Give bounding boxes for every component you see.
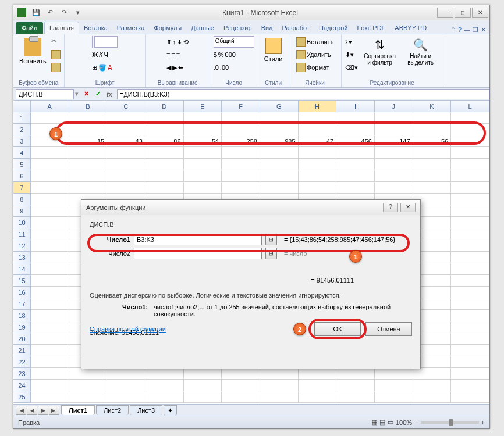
tab-file[interactable]: Файл [16,22,43,34]
row-15[interactable]: 15 [13,275,31,287]
tab-review[interactable]: Рецензир [219,22,257,34]
cell[interactable]: 56 [413,135,452,147]
cell[interactable] [107,182,145,194]
font-color-button[interactable]: A [108,62,112,73]
cell[interactable] [299,124,337,135]
cell[interactable] [336,112,375,124]
qat-dropdown[interactable]: ▾ [72,7,84,19]
cell[interactable] [375,391,413,403]
cell[interactable] [299,147,337,159]
cell[interactable] [451,333,489,345]
view-pagebreak-button[interactable]: ▭ [388,419,393,426]
cell[interactable] [451,287,489,298]
row-19[interactable]: 19 [13,321,31,333]
cell[interactable] [184,380,222,391]
cell[interactable] [451,170,489,182]
col-H[interactable]: H [299,101,337,112]
cell[interactable] [451,205,489,217]
cell[interactable] [451,275,489,287]
cell[interactable] [69,391,108,403]
dialog-titlebar[interactable]: Аргументы функции ? ✕ [81,200,420,215]
cell[interactable] [31,287,69,298]
row-4[interactable]: 4 [13,147,31,159]
col-L[interactable]: L [451,101,489,112]
row-7[interactable]: 7 [13,182,31,194]
tab-addins[interactable]: Надстрой [314,22,352,34]
italic-button[interactable]: К [99,49,102,60]
cell[interactable] [260,124,299,135]
cell[interactable]: 54 [184,135,222,147]
copy-button[interactable] [51,49,61,60]
cell[interactable] [69,380,108,391]
cell[interactable] [31,112,69,124]
cell[interactable] [31,275,69,287]
clear-button[interactable]: ⌫▾ [345,62,358,73]
row-6[interactable]: 6 [13,170,31,182]
cell[interactable] [451,159,489,170]
percent-button[interactable]: % [218,49,224,60]
cell[interactable] [31,380,69,391]
cell[interactable] [69,368,108,380]
cell[interactable] [451,368,489,380]
sort-filter-button[interactable]: ⇅Сортировка и фильтр [360,36,400,67]
cell[interactable] [336,170,375,182]
styles-button[interactable]: Стили [262,36,285,64]
cell[interactable] [375,159,413,170]
cell[interactable] [413,170,452,182]
cell[interactable] [260,170,299,182]
align-middle-button[interactable]: ↕ [173,36,176,48]
cell[interactable] [451,217,489,228]
cell[interactable] [260,182,299,194]
row-16[interactable]: 16 [13,287,31,298]
cell[interactable] [451,182,489,194]
cancel-formula-button[interactable]: ✕ [81,89,91,99]
sheet-tab-1[interactable]: Лист1 [61,405,95,415]
cell[interactable] [69,170,108,182]
namebox-dropdown-icon[interactable]: ▾ [75,90,79,98]
cell[interactable] [299,182,337,194]
cell[interactable] [375,182,413,194]
arg1-input[interactable] [134,234,262,245]
cell[interactable] [31,182,69,194]
cell[interactable] [107,368,145,380]
maximize-button[interactable]: □ [455,8,471,18]
cell[interactable] [69,147,108,159]
cell[interactable] [69,159,108,170]
arg2-ref-button[interactable]: ⊞ [265,248,277,259]
tab-insert[interactable]: Вставка [79,22,112,34]
underline-button[interactable]: Ч [104,49,108,60]
cell[interactable] [145,368,184,380]
cell[interactable] [31,240,69,252]
cell[interactable] [184,159,222,170]
sheet-tab-3[interactable]: Лист3 [130,405,162,415]
currency-button[interactable]: $ [214,49,217,60]
cell[interactable] [413,124,452,135]
row-12[interactable]: 12 [13,240,31,252]
row-9[interactable]: 9 [13,205,31,217]
cell[interactable] [31,345,69,356]
cell[interactable] [451,147,489,159]
format-cells-button[interactable]: Формат [296,62,334,73]
confirm-formula-button[interactable]: ✓ [93,89,103,99]
cell[interactable] [31,252,69,263]
cell[interactable]: 456 [336,135,375,147]
cell[interactable] [413,368,452,380]
cell[interactable] [31,333,69,345]
cell[interactable] [184,391,222,403]
row-20[interactable]: 20 [13,333,31,345]
minimize-ribbon-icon[interactable]: ⌃ [450,26,456,34]
row-1[interactable]: 1 [13,112,31,124]
cell[interactable] [107,380,145,391]
cell[interactable] [31,391,69,403]
cell[interactable] [107,170,145,182]
cell[interactable] [184,112,222,124]
cell[interactable] [31,159,69,170]
cell[interactable] [260,391,299,403]
cell[interactable]: 985 [260,135,299,147]
cell[interactable] [31,368,69,380]
cell[interactable] [299,170,337,182]
insert-cells-button[interactable]: Вставить [296,36,334,48]
col-E[interactable]: E [184,101,222,112]
cell[interactable] [222,147,260,159]
cell[interactable] [260,147,299,159]
